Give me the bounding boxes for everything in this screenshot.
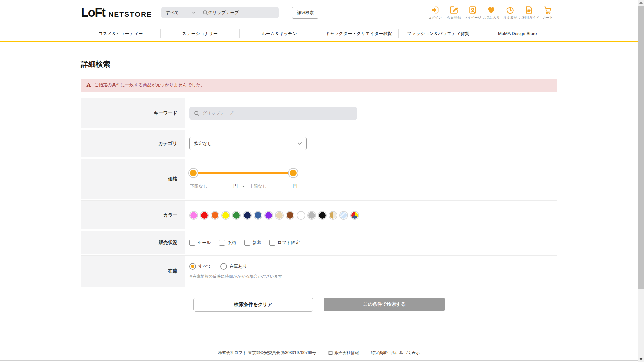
form-row-price: 価格 円 ～ 円 — [81, 159, 557, 199]
mypage-link[interactable]: マイページ — [463, 6, 482, 20]
form-row-keyword: キーワード — [81, 98, 557, 128]
category-select[interactable]: 指定なし — [189, 137, 307, 150]
loft-logo[interactable]: LoFt NETSTORE — [81, 6, 152, 20]
mypage-label: マイページ — [464, 15, 481, 20]
color-swatch-pink[interactable] — [189, 211, 198, 220]
color-swatch-white[interactable] — [297, 211, 305, 220]
stock-label: 在庫 — [81, 256, 185, 287]
checkbox-sale[interactable]: セール — [189, 240, 211, 246]
scrollbar-thumb[interactable] — [638, 6, 644, 289]
radio-label: すべて — [198, 263, 212, 269]
favorites-link[interactable]: お気に入り — [482, 6, 501, 20]
price-label: 価格 — [81, 159, 185, 199]
register-link[interactable]: 会員登録 — [444, 6, 463, 20]
search-category-value: すべて — [166, 10, 179, 16]
color-swatch-green[interactable] — [232, 211, 241, 220]
guide-link[interactable]: ご利用ガイド — [520, 6, 538, 20]
history-clock-icon — [506, 6, 515, 14]
logo-netstore-text: NETSTORE — [108, 10, 152, 18]
chevron-down-icon — [298, 142, 302, 145]
nav-item-fashion-variety[interactable]: ファッション＆バラエティ雑貨 — [398, 25, 478, 41]
vertical-scrollbar — [638, 0, 644, 362]
footer-link-label: 販売会社情報 — [334, 350, 359, 356]
color-swatch-brown[interactable] — [286, 211, 294, 220]
nav-item-stationery[interactable]: ステーショナリー — [160, 25, 240, 41]
cart-label: カート — [543, 15, 553, 20]
cart-icon — [543, 6, 552, 14]
register-icon — [449, 6, 458, 14]
nav-item-cosme[interactable]: コスメ＆ビューティー — [81, 25, 160, 41]
checkbox-preorder[interactable]: 予約 — [219, 240, 236, 246]
main-content: 詳細検索 ! ご指定の条件に一致する商品が見つかりませんでした。 キーワード カ… — [81, 59, 557, 312]
color-swatch-black[interactable] — [318, 211, 327, 220]
mypage-icon — [468, 6, 477, 14]
yen-unit: 円 — [293, 183, 298, 189]
checkbox-box — [219, 240, 225, 246]
nav-item-home-kitchen[interactable]: ホーム＆キッチン — [239, 25, 319, 41]
footer-link-commercial-law[interactable]: 特定商取引法に基づく表示 — [371, 350, 420, 356]
price-min-input[interactable] — [189, 183, 230, 190]
radio-in-stock[interactable]: 在庫あり — [220, 263, 247, 270]
checkbox-box — [269, 240, 275, 246]
color-swatch-purple[interactable] — [264, 211, 273, 220]
clear-conditions-button[interactable]: 検索条件をクリア — [193, 298, 313, 312]
header-search-input[interactable] — [208, 10, 275, 15]
advanced-search-button[interactable]: 詳細検索 — [292, 7, 318, 19]
stock-radios: すべて 在庫あり — [189, 263, 557, 270]
logo-brand-text: LoFt — [81, 6, 105, 20]
color-swatch-beige[interactable] — [275, 211, 284, 220]
color-swatch-blue[interactable] — [254, 211, 262, 220]
no-results-alert: ! ご指定の条件に一致する商品が見つかりませんでした。 — [81, 79, 557, 92]
order-history-label: 注文履歴 — [503, 15, 517, 20]
color-swatch-gold-silver[interactable] — [329, 211, 337, 220]
price-min-handle[interactable] — [189, 169, 198, 177]
checkbox-new-arrival[interactable]: 新着 — [244, 240, 261, 246]
form-row-stock: 在庫 すべて 在庫あり ※在庫情報の反映に時間がかかる場合がございます — [81, 255, 557, 287]
header-quick-links: ログイン 会員登録 マイページ — [426, 6, 557, 20]
scrollbar-down-arrow[interactable] — [639, 358, 643, 360]
search-category-select[interactable]: すべて — [161, 10, 199, 16]
color-swatch-red[interactable] — [200, 211, 209, 220]
color-swatch-orange[interactable] — [211, 211, 219, 220]
range-separator: ～ — [241, 183, 246, 189]
order-history-link[interactable]: 注文履歴 — [501, 6, 520, 20]
price-inputs: 円 ～ 円 — [189, 183, 557, 190]
login-label: ログイン — [428, 15, 442, 20]
site-footer: 株式会社ロフト 東京都公安委員会 第303319700768号 販売会社情報 特… — [0, 343, 644, 361]
heart-icon — [487, 6, 496, 14]
slider-track — [193, 172, 293, 174]
price-max-input[interactable] — [249, 183, 289, 190]
yen-unit: 円 — [233, 183, 238, 189]
color-swatch-navy[interactable] — [243, 211, 252, 220]
form-row-color: カラー — [81, 200, 557, 229]
form-row-sales-status: 販売状況 セール 予約 新着 — [81, 231, 557, 254]
login-icon — [431, 6, 439, 14]
warning-icon: ! — [86, 83, 91, 87]
login-link[interactable]: ログイン — [426, 6, 444, 20]
footer-separator — [322, 351, 322, 355]
scrollbar-up-arrow[interactable] — [639, 1, 643, 4]
chevron-down-icon — [192, 12, 196, 14]
header-searchbar: すべて 詳細検索 — [161, 7, 318, 19]
footer-inner: 株式会社ロフト 東京都公安委員会 第303319700768号 販売会社情報 特… — [81, 343, 557, 361]
price-range-slider — [193, 169, 293, 177]
color-swatch-multicolor[interactable] — [350, 211, 359, 220]
price-max-handle[interactable] — [289, 169, 298, 177]
nav-item-character-goods[interactable]: キャラクター・クリエイター雑貨 — [319, 25, 398, 41]
checkbox-loft-exclusive[interactable]: ロフト限定 — [269, 240, 300, 246]
color-swatch-gray[interactable] — [307, 211, 316, 220]
radio-all[interactable]: すべて — [189, 263, 212, 270]
footer-link-seller-info[interactable]: 販売会社情報 — [328, 350, 359, 356]
color-swatch-yellow[interactable] — [221, 211, 230, 220]
nav-item-moma[interactable]: MoMA Design Store — [478, 25, 557, 41]
search-submit-button[interactable]: この条件で検索する — [324, 298, 445, 311]
guide-label: ご利用ガイド — [519, 15, 539, 20]
guide-document-icon — [525, 6, 533, 14]
keyword-input[interactable] — [202, 111, 343, 116]
checkbox-box — [189, 240, 195, 246]
keyword-input-box — [189, 107, 357, 120]
cart-link[interactable]: カート — [538, 6, 557, 20]
search-pill: すべて — [161, 7, 279, 18]
main-nav-wrap: コスメ＆ビューティー ステーショナリー ホーム＆キッチン キャラクター・クリエイ… — [0, 25, 644, 42]
color-swatch-clear[interactable] — [339, 211, 348, 220]
